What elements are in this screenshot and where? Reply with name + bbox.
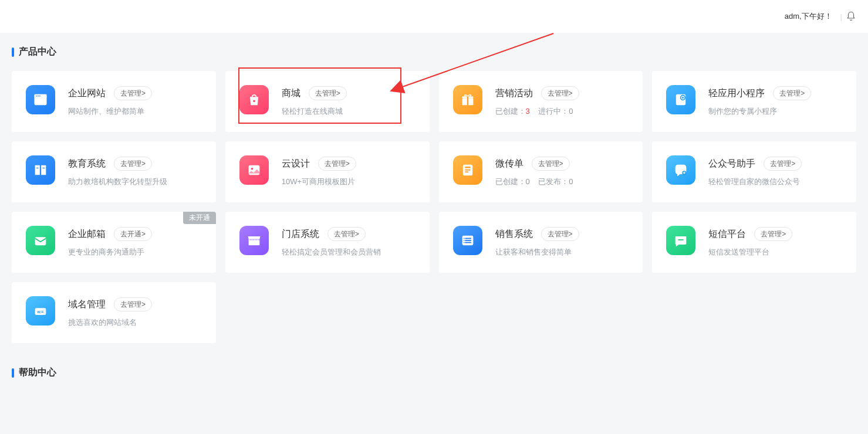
manage-button[interactable]: 去管理> [532,157,570,171]
product-card-store[interactable]: 门店系统 去管理> 轻松搞定会员管理和会员营销 [225,212,430,273]
manage-button[interactable]: 去管理> [309,86,347,100]
card-desc: 网站制作、维护都简单 [68,106,204,117]
svg-point-26 [463,238,464,239]
section-title-bar-icon [12,368,14,378]
card-stats: 已创建：0 已发布：0 [495,177,631,187]
manage-button[interactable]: 去管理> [754,227,792,241]
svg-rect-18 [465,169,470,171]
miniapp-icon [666,85,695,114]
manage-button[interactable]: 去管理> [541,86,579,100]
product-card-mall[interactable]: 商城 去管理> 轻松打造在线商城 [225,71,430,132]
card-desc: 短信发送管理平台 [708,247,845,257]
shopping-bag-icon [239,85,269,114]
message-icon [666,226,695,255]
document-icon [453,155,482,185]
card-desc: 更专业的商务沟通助手 [68,247,204,257]
section-title-bar-icon [12,48,14,57]
stat-created-value: 0 [526,177,530,186]
image-icon [239,155,269,185]
product-card-wechat[interactable]: 公众号助手 去管理> 轻松管理自家的微信公众号 [652,141,856,202]
section-title-product: 产品中心 [12,46,856,58]
svg-text:w.=: w.= [36,310,43,314]
gift-icon [453,85,482,114]
section-title-text: 产品中心 [19,46,56,58]
stat-pub-value: 0 [569,177,573,186]
product-card-website[interactable]: 企业网站 去管理> 网站制作、维护都简单 [12,71,216,132]
card-title: 域名管理 [68,299,106,311]
envelope-icon [26,226,55,255]
card-desc: 挑选喜欢的网站域名 [68,317,204,328]
card-title: 短信平台 [708,228,746,240]
section-title-help: 帮助中心 [12,367,856,379]
card-title: 云设计 [282,158,310,170]
product-card-design[interactable]: 云设计 去管理> 10W+可商用模板图片 [225,141,430,202]
product-card-sales[interactable]: 销售系统 去管理> 让获客和销售变得简单 [439,212,643,273]
card-title: 轻应用小程序 [708,87,765,100]
svg-point-6 [253,100,255,103]
activate-button[interactable]: 去开通> [114,227,152,241]
storefront-icon [239,226,269,255]
svg-point-27 [463,240,464,241]
product-card-sms[interactable]: 短信平台 去管理> 短信发送管理平台 [652,212,856,273]
greeting-text: adm,下午好！ [785,11,832,22]
chat-gear-icon [666,155,695,185]
domain-icon: w.= [26,296,55,326]
card-desc: 制作您的专属小程序 [708,106,845,117]
product-card-marketing[interactable]: 营销活动 去管理> 已创建：3 进行中：0 [439,71,643,132]
main-content: 产品中心 企业网站 去管理> 网站制作、维护都简单 [0,33,868,409]
section-title-text: 帮助中心 [19,367,56,379]
svg-point-15 [251,168,254,170]
window-icon [26,85,55,114]
top-bar: adm,下午好！ | [0,0,868,33]
card-stats: 已创建：3 进行中：0 [495,106,631,117]
not-activated-badge: 未开通 [183,212,216,224]
book-icon [26,155,55,185]
stat-running-value: 0 [569,107,573,116]
card-title: 营销活动 [495,87,533,100]
product-card-email[interactable]: 未开通 企业邮箱 去开通> 更专业的商务沟通助手 [12,212,216,273]
card-title: 公众号助手 [708,158,755,170]
card-title: 微传单 [495,158,523,170]
manage-button[interactable]: 去管理> [114,157,152,171]
manage-button[interactable]: 去管理> [764,157,802,171]
svg-point-28 [463,242,464,243]
svg-point-11 [680,95,685,100]
stat-created-label: 已创建： [495,177,526,186]
card-desc: 10W+可商用模板图片 [282,177,418,187]
stat-pub-label: 已发布： [538,177,569,186]
product-grid: 企业网站 去管理> 网站制作、维护都简单 商城 去管理> 轻松打造在线商城 [12,71,856,343]
svg-point-3 [36,96,37,97]
card-title: 企业邮箱 [68,228,106,240]
svg-rect-9 [467,96,468,105]
product-card-miniapp[interactable]: 轻应用小程序 去管理> 制作您的专属小程序 [652,71,856,132]
product-card-domain[interactable]: w.= 域名管理 去管理> 挑选喜欢的网站域名 [12,282,216,343]
notification-bell-icon[interactable] [846,11,856,22]
manage-button[interactable]: 去管理> [114,297,152,311]
manage-button[interactable]: 去管理> [773,86,811,100]
svg-rect-19 [465,171,468,172]
card-desc: 轻松搞定会员管理和会员营销 [282,247,418,257]
stat-running-label: 进行中： [538,107,569,116]
card-title: 门店系统 [282,228,319,240]
manage-button[interactable]: 去管理> [327,227,366,241]
svg-point-4 [38,96,39,97]
card-desc: 让获客和销售变得简单 [495,247,631,257]
card-title: 商城 [282,87,300,100]
product-card-flyer[interactable]: 微传单 去管理> 已创建：0 已发布：0 [439,141,643,202]
list-icon [453,226,482,255]
card-desc: 轻松管理自家的微信公众号 [708,177,845,187]
card-desc: 助力教培机构数字化转型升级 [68,177,204,187]
manage-button[interactable]: 去管理> [541,227,579,241]
svg-rect-21 [35,237,46,245]
manage-button[interactable]: 去管理> [318,157,356,171]
svg-rect-17 [465,167,470,168]
product-card-education[interactable]: 教育系统 去管理> 助力教培机构数字化转型升级 [12,141,216,202]
divider: | [840,12,842,21]
card-title: 销售系统 [495,228,533,240]
svg-point-5 [39,96,40,97]
stat-created-value: 3 [526,107,530,116]
manage-button[interactable]: 去管理> [114,86,152,100]
card-title: 教育系统 [68,158,106,170]
card-desc: 轻松打造在线商城 [282,106,418,117]
card-title: 企业网站 [68,87,106,100]
